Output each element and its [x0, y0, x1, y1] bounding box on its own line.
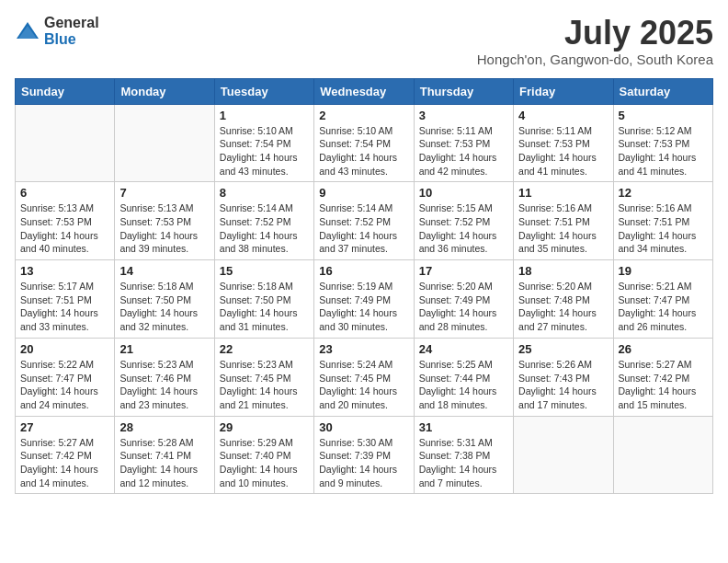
calendar-day-cell: 19Sunrise: 5:21 AM Sunset: 7:47 PM Dayli…	[613, 260, 712, 339]
day-number: 8	[220, 186, 309, 200]
day-number: 5	[619, 109, 708, 122]
day-info: Sunrise: 5:18 AM Sunset: 7:50 PM Dayligh…	[220, 280, 309, 334]
day-info: Sunrise: 5:27 AM Sunset: 7:42 PM Dayligh…	[20, 436, 109, 490]
day-info: Sunrise: 5:30 AM Sunset: 7:39 PM Dayligh…	[319, 436, 408, 490]
page-header: General Blue July 2025 Hongch'on, Gangwo…	[15, 15, 713, 67]
day-number: 22	[220, 342, 309, 356]
logo-icon	[15, 18, 40, 44]
day-number: 9	[319, 186, 408, 200]
day-info: Sunrise: 5:21 AM Sunset: 7:47 PM Dayligh…	[619, 280, 708, 334]
month-title: July 2025	[477, 15, 713, 52]
calendar-day-header: Thursday	[414, 78, 513, 104]
day-info: Sunrise: 5:23 AM Sunset: 7:46 PM Dayligh…	[119, 358, 209, 412]
day-number: 12	[619, 186, 708, 200]
day-number: 31	[419, 420, 508, 434]
day-number: 30	[319, 420, 408, 434]
calendar-day-cell: 12Sunrise: 5:16 AM Sunset: 7:51 PM Dayli…	[613, 182, 712, 260]
day-info: Sunrise: 5:17 AM Sunset: 7:51 PM Dayligh…	[20, 280, 109, 334]
calendar-day-header: Monday	[115, 78, 214, 104]
day-info: Sunrise: 5:31 AM Sunset: 7:38 PM Dayligh…	[419, 436, 508, 490]
day-info: Sunrise: 5:13 AM Sunset: 7:53 PM Dayligh…	[119, 201, 209, 256]
calendar-day-header: Friday	[514, 78, 613, 104]
day-info: Sunrise: 5:26 AM Sunset: 7:43 PM Dayligh…	[518, 358, 608, 412]
day-number: 6	[20, 186, 109, 200]
logo-general: General	[44, 15, 99, 31]
calendar-day-cell: 8Sunrise: 5:14 AM Sunset: 7:52 PM Daylig…	[214, 182, 313, 260]
day-info: Sunrise: 5:11 AM Sunset: 7:53 PM Dayligh…	[518, 124, 608, 178]
calendar-table: SundayMondayTuesdayWednesdayThursdayFrid…	[15, 78, 713, 495]
calendar-day-cell	[115, 104, 214, 182]
day-info: Sunrise: 5:19 AM Sunset: 7:49 PM Dayligh…	[319, 280, 408, 334]
day-info: Sunrise: 5:29 AM Sunset: 7:40 PM Dayligh…	[220, 436, 309, 490]
calendar-day-cell	[16, 104, 115, 182]
calendar-day-cell: 6Sunrise: 5:13 AM Sunset: 7:53 PM Daylig…	[16, 182, 115, 260]
calendar-day-cell: 31Sunrise: 5:31 AM Sunset: 7:38 PM Dayli…	[414, 416, 513, 494]
calendar-day-cell: 2Sunrise: 5:10 AM Sunset: 7:54 PM Daylig…	[314, 104, 414, 182]
day-number: 11	[518, 186, 608, 200]
calendar-day-cell: 18Sunrise: 5:20 AM Sunset: 7:48 PM Dayli…	[514, 260, 613, 339]
calendar-day-cell: 21Sunrise: 5:23 AM Sunset: 7:46 PM Dayli…	[115, 338, 214, 416]
day-info: Sunrise: 5:24 AM Sunset: 7:45 PM Dayligh…	[319, 358, 408, 412]
calendar-day-cell: 1Sunrise: 5:10 AM Sunset: 7:54 PM Daylig…	[214, 104, 313, 182]
calendar-day-cell: 26Sunrise: 5:27 AM Sunset: 7:42 PM Dayli…	[613, 338, 712, 416]
calendar-day-header: Saturday	[613, 78, 712, 104]
day-info: Sunrise: 5:28 AM Sunset: 7:41 PM Dayligh…	[119, 436, 209, 490]
calendar-day-cell: 29Sunrise: 5:29 AM Sunset: 7:40 PM Dayli…	[214, 416, 313, 494]
location: Hongch'on, Gangwon-do, South Korea	[477, 52, 713, 67]
calendar-day-cell: 13Sunrise: 5:17 AM Sunset: 7:51 PM Dayli…	[16, 260, 115, 339]
day-number: 25	[518, 342, 608, 356]
calendar-week-row: 27Sunrise: 5:27 AM Sunset: 7:42 PM Dayli…	[16, 416, 713, 494]
logo-blue: Blue	[44, 31, 99, 48]
day-number: 18	[518, 264, 608, 278]
day-number: 29	[220, 420, 309, 434]
calendar-day-cell: 28Sunrise: 5:28 AM Sunset: 7:41 PM Dayli…	[115, 416, 214, 494]
day-number: 21	[119, 342, 209, 356]
calendar-day-cell: 7Sunrise: 5:13 AM Sunset: 7:53 PM Daylig…	[115, 182, 214, 260]
day-number: 19	[619, 264, 708, 278]
day-number: 4	[518, 109, 608, 122]
calendar-day-cell: 22Sunrise: 5:23 AM Sunset: 7:45 PM Dayli…	[214, 338, 313, 416]
calendar-day-cell: 15Sunrise: 5:18 AM Sunset: 7:50 PM Dayli…	[214, 260, 313, 339]
day-info: Sunrise: 5:20 AM Sunset: 7:49 PM Dayligh…	[419, 280, 508, 334]
calendar-day-cell: 25Sunrise: 5:26 AM Sunset: 7:43 PM Dayli…	[514, 338, 613, 416]
day-number: 13	[20, 264, 109, 278]
calendar-day-cell: 9Sunrise: 5:14 AM Sunset: 7:52 PM Daylig…	[314, 182, 414, 260]
calendar-week-row: 1Sunrise: 5:10 AM Sunset: 7:54 PM Daylig…	[16, 104, 713, 182]
calendar-day-cell: 4Sunrise: 5:11 AM Sunset: 7:53 PM Daylig…	[514, 104, 613, 182]
day-info: Sunrise: 5:10 AM Sunset: 7:54 PM Dayligh…	[220, 124, 309, 178]
day-info: Sunrise: 5:20 AM Sunset: 7:48 PM Dayligh…	[518, 280, 608, 334]
day-number: 26	[619, 342, 708, 356]
calendar-day-cell: 5Sunrise: 5:12 AM Sunset: 7:53 PM Daylig…	[613, 104, 712, 182]
day-number: 7	[119, 186, 209, 200]
day-number: 28	[119, 420, 209, 434]
day-info: Sunrise: 5:22 AM Sunset: 7:47 PM Dayligh…	[20, 358, 109, 412]
day-info: Sunrise: 5:14 AM Sunset: 7:52 PM Dayligh…	[220, 201, 309, 256]
logo-text: General Blue	[44, 15, 99, 47]
calendar-header-row: SundayMondayTuesdayWednesdayThursdayFrid…	[16, 78, 713, 104]
calendar-week-row: 13Sunrise: 5:17 AM Sunset: 7:51 PM Dayli…	[16, 260, 713, 339]
day-info: Sunrise: 5:10 AM Sunset: 7:54 PM Dayligh…	[319, 124, 408, 178]
calendar-week-row: 20Sunrise: 5:22 AM Sunset: 7:47 PM Dayli…	[16, 338, 713, 416]
day-number: 10	[419, 186, 508, 200]
day-number: 3	[419, 109, 508, 122]
day-info: Sunrise: 5:25 AM Sunset: 7:44 PM Dayligh…	[419, 358, 508, 412]
day-number: 27	[20, 420, 109, 434]
day-info: Sunrise: 5:15 AM Sunset: 7:52 PM Dayligh…	[419, 201, 508, 256]
calendar-day-header: Sunday	[16, 78, 115, 104]
calendar-day-cell: 23Sunrise: 5:24 AM Sunset: 7:45 PM Dayli…	[314, 338, 414, 416]
day-info: Sunrise: 5:16 AM Sunset: 7:51 PM Dayligh…	[619, 201, 708, 256]
calendar-day-cell: 16Sunrise: 5:19 AM Sunset: 7:49 PM Dayli…	[314, 260, 414, 339]
day-info: Sunrise: 5:18 AM Sunset: 7:50 PM Dayligh…	[119, 280, 209, 334]
day-info: Sunrise: 5:23 AM Sunset: 7:45 PM Dayligh…	[220, 358, 309, 412]
calendar-day-header: Wednesday	[314, 78, 414, 104]
calendar-day-cell: 11Sunrise: 5:16 AM Sunset: 7:51 PM Dayli…	[514, 182, 613, 260]
day-number: 16	[319, 264, 408, 278]
calendar-day-cell	[613, 416, 712, 494]
calendar-day-cell: 17Sunrise: 5:20 AM Sunset: 7:49 PM Dayli…	[414, 260, 513, 339]
day-number: 23	[319, 342, 408, 356]
day-number: 24	[419, 342, 508, 356]
calendar-day-cell: 10Sunrise: 5:15 AM Sunset: 7:52 PM Dayli…	[414, 182, 513, 260]
title-area: July 2025 Hongch'on, Gangwon-do, South K…	[477, 15, 713, 67]
day-info: Sunrise: 5:12 AM Sunset: 7:53 PM Dayligh…	[619, 124, 708, 178]
calendar-day-cell: 14Sunrise: 5:18 AM Sunset: 7:50 PM Dayli…	[115, 260, 214, 339]
